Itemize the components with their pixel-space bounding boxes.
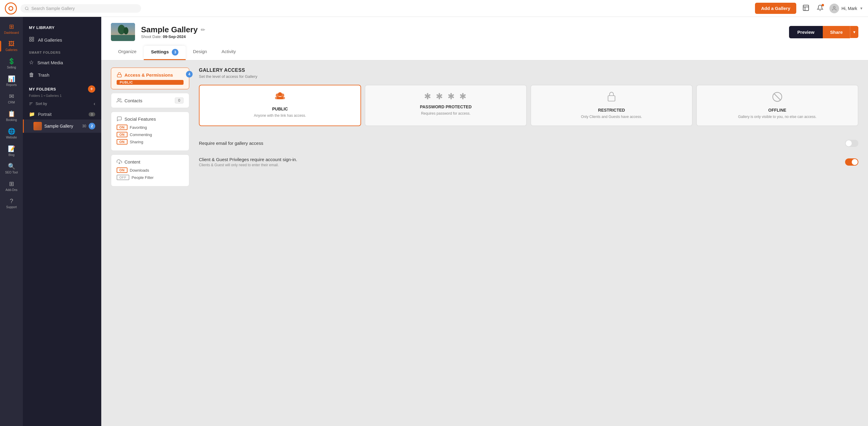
social-features-section[interactable]: Social Features ON Favoriting ON Comment…	[111, 112, 189, 151]
access-card-restricted[interactable]: RESTRICTED Only Clients and Guests have …	[530, 85, 692, 126]
add-folder-button[interactable]: +	[88, 85, 95, 93]
client-privileges-toggle[interactable]	[845, 159, 858, 166]
people-filter-label: People Filter	[132, 175, 154, 180]
access-section-header: Access & Permissions	[117, 72, 184, 78]
svg-rect-14	[111, 35, 135, 41]
tab-activity[interactable]: Activity	[214, 46, 243, 60]
restricted-card-title: RESTRICTED	[536, 108, 687, 113]
sidebar-item-crm[interactable]: ✉ CRM	[0, 90, 23, 107]
downloads-toggle-row[interactable]: ON Downloads	[117, 167, 184, 173]
password-card-desc: Requires password for access.	[370, 111, 521, 116]
content-label: Content	[124, 159, 141, 164]
contacts-count: 0	[175, 97, 184, 104]
gallery-header: Sample Gallery ✏ Shoot Date: 09-Sep-2024…	[101, 17, 868, 60]
smart-folders-title: SMART FOLDERS	[23, 47, 101, 56]
sidebar-item-selling[interactable]: 💲 Selling	[0, 55, 23, 72]
contacts-label: Contacts	[124, 98, 142, 103]
sample-gallery-item[interactable]: Sample Gallery 30 2	[23, 119, 101, 133]
access-card-offline[interactable]: OFFLINE Gallery is only visible to you, …	[696, 85, 858, 126]
seo-label: SEO Tool	[5, 171, 18, 174]
sidebar-item-support[interactable]: ? Support	[0, 195, 23, 212]
support-icon: ?	[10, 198, 13, 204]
galleries-icon: 🖼	[8, 40, 14, 47]
svg-point-5	[833, 6, 835, 8]
booking-label: Booking	[6, 118, 17, 121]
my-library-title: MY LIBRARY	[23, 23, 101, 33]
add-gallery-button[interactable]: Add a Gallery	[755, 3, 796, 14]
svg-rect-8	[32, 40, 34, 41]
favoriting-toggle-row[interactable]: ON Favoriting	[117, 124, 184, 130]
access-card-public[interactable]: PUBLIC Anyone with the link has access.	[199, 85, 361, 126]
trash-item[interactable]: 🗑 Trash	[23, 69, 101, 81]
sort-bar[interactable]: Sort by ‹	[23, 100, 101, 109]
smart-media-icon: ☆	[29, 59, 34, 66]
smart-media-item[interactable]: ☆ Smart Media	[23, 56, 101, 69]
selling-label: Selling	[7, 66, 16, 69]
search-bar[interactable]: Search Sample Gallery	[21, 4, 141, 13]
people-filter-toggle-row[interactable]: OFF People Filter	[117, 175, 184, 180]
crm-label: CRM	[8, 101, 15, 104]
info-button[interactable]	[801, 3, 811, 13]
social-features-label: Social Features	[124, 116, 156, 121]
step-badge-4: 4	[186, 71, 193, 78]
portrait-folder-item[interactable]: 📁 Portrait 0	[23, 109, 101, 119]
all-galleries-item[interactable]: All Galleries	[23, 33, 101, 47]
offline-card-title: OFFLINE	[702, 108, 853, 113]
share-dropdown-button[interactable]: ▾	[850, 26, 858, 38]
sidebar-item-addons[interactable]: ⊞ Add-Ons	[0, 177, 23, 195]
app-logo[interactable]	[5, 2, 17, 15]
public-icon	[204, 91, 355, 104]
contacts-section[interactable]: Contacts 0	[111, 93, 189, 108]
dashboard-icon: ⊞	[9, 23, 14, 30]
folder-icon: 📁	[29, 111, 35, 117]
sidebar-item-seo[interactable]: 🔍 SEO Tool	[0, 160, 23, 177]
sample-gallery-count: 30	[82, 124, 86, 128]
require-email-setting: Require email for gallery access	[199, 135, 858, 152]
sidebar-item-dashboard[interactable]: ⊞ Dashboard	[0, 20, 23, 37]
tab-organize[interactable]: Organize	[111, 46, 144, 60]
share-button[interactable]: Share	[823, 26, 850, 38]
user-area[interactable]: Hi, Mark ▼	[830, 4, 863, 13]
tab-settings[interactable]: Settings 3	[144, 46, 186, 60]
tab-design[interactable]: Design	[186, 46, 214, 60]
sidebar-item-website[interactable]: 🌐 Website	[0, 124, 23, 142]
access-section-label: Access & Permissions	[124, 73, 173, 78]
commenting-label: Commenting	[130, 133, 152, 137]
require-email-label: Require email for gallery access	[199, 141, 845, 146]
sidebar-item-reports[interactable]: 📊 Reports	[0, 72, 23, 90]
offline-card-desc: Gallery is only visible to you, no else …	[702, 114, 853, 119]
notifications-button[interactable]	[815, 3, 825, 13]
social-features-header: Social Features	[117, 116, 184, 121]
people-filter-off-badge: OFF	[117, 175, 129, 180]
sidebar-item-blog[interactable]: 📝 Blog	[0, 142, 23, 160]
svg-rect-9	[30, 40, 31, 41]
gallery-access-title: GALLERY ACCESS	[199, 67, 858, 73]
sidebar-item-galleries[interactable]: 🖼 Galleries	[0, 37, 23, 55]
svg-point-18	[118, 98, 120, 100]
preview-button[interactable]: Preview	[789, 26, 823, 38]
notification-dot	[822, 4, 824, 6]
sidebar-collapse-button[interactable]: ‹	[94, 101, 95, 107]
search-placeholder: Search Sample Gallery	[31, 6, 75, 11]
portrait-folder-badge: 0	[89, 112, 95, 116]
user-avatar	[830, 4, 839, 13]
client-privileges-sublabel: Clients & Guest will only need to enter …	[199, 163, 845, 167]
require-email-toggle[interactable]	[845, 140, 858, 147]
dashboard-label: Dashboard	[4, 31, 19, 34]
my-folders-title: MY FOLDERS	[29, 87, 56, 91]
svg-rect-7	[32, 37, 34, 38]
shoot-date-value: 09-Sep-2024	[163, 34, 186, 39]
step-badge-2: 2	[89, 123, 95, 130]
sharing-toggle-row[interactable]: ON Sharing	[117, 139, 184, 144]
edit-gallery-icon[interactable]: ✏	[201, 27, 205, 33]
shoot-date: Shoot Date: 09-Sep-2024	[141, 34, 205, 39]
gallery-thumbnail-small	[33, 122, 42, 130]
content-section[interactable]: Content ON Downloads OFF People Filter	[111, 154, 189, 187]
gallery-access-subtitle: Set the level of access for Gallery	[199, 74, 858, 79]
access-permissions-section[interactable]: Access & Permissions PUBLIC 4	[111, 67, 189, 89]
commenting-toggle-row[interactable]: ON Commenting	[117, 132, 184, 137]
access-card-password[interactable]: ✱ ✱ ✱ ✱ PASSWORD PROTECTED Requires pass…	[365, 85, 527, 126]
booking-icon: 📋	[8, 110, 16, 117]
sidebar-item-booking[interactable]: 📋 Booking	[0, 107, 23, 124]
client-privileges-setting: Client & Guest Privileges require accoun…	[199, 152, 858, 172]
